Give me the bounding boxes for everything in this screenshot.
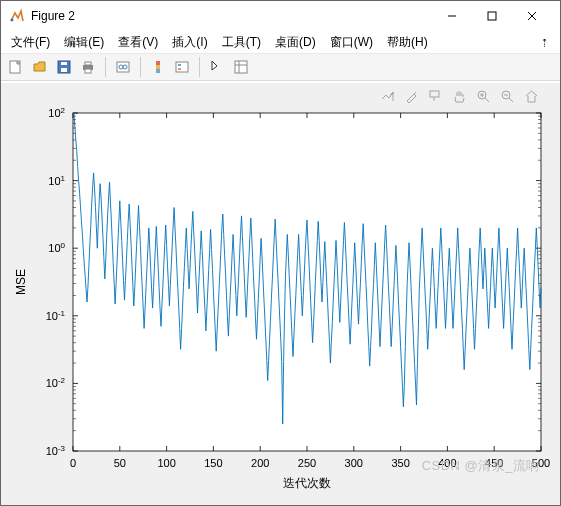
maximize-button[interactable] bbox=[472, 1, 512, 31]
svg-text:400: 400 bbox=[438, 457, 456, 469]
edit-plot-button[interactable] bbox=[206, 56, 228, 78]
menu-file[interactable]: 文件(F) bbox=[5, 32, 56, 53]
svg-text:10-3: 10-3 bbox=[46, 444, 66, 458]
menu-edit[interactable]: 编辑(E) bbox=[58, 32, 110, 53]
svg-text:150: 150 bbox=[204, 457, 222, 469]
titlebar: Figure 2 bbox=[1, 1, 560, 31]
svg-rect-7 bbox=[61, 68, 67, 72]
svg-text:10-2: 10-2 bbox=[46, 376, 66, 390]
svg-text:100: 100 bbox=[48, 241, 65, 255]
toolbar bbox=[1, 53, 560, 81]
menu-tools[interactable]: 工具(T) bbox=[216, 32, 267, 53]
svg-text:0: 0 bbox=[70, 457, 76, 469]
link-plot-button[interactable] bbox=[112, 56, 134, 78]
svg-text:450: 450 bbox=[485, 457, 503, 469]
print-button[interactable] bbox=[77, 56, 99, 78]
dock-indicator-icon[interactable]: ⭫ bbox=[540, 37, 556, 48]
svg-text:MSE: MSE bbox=[14, 269, 28, 295]
svg-rect-10 bbox=[85, 62, 91, 65]
svg-text:10-1: 10-1 bbox=[46, 308, 66, 322]
menu-window[interactable]: 窗口(W) bbox=[324, 32, 379, 53]
menubar: 文件(F) 编辑(E) 查看(V) 插入(I) 工具(T) 桌面(D) 窗口(W… bbox=[1, 31, 560, 53]
svg-text:350: 350 bbox=[391, 457, 409, 469]
svg-rect-16 bbox=[156, 61, 160, 65]
new-figure-button[interactable] bbox=[5, 56, 27, 78]
svg-text:500: 500 bbox=[532, 457, 550, 469]
close-button[interactable] bbox=[512, 1, 552, 31]
menu-insert[interactable]: 插入(I) bbox=[166, 32, 213, 53]
chart-svg: 10-310-210-11001011020501001502002503003… bbox=[1, 83, 561, 506]
menu-help[interactable]: 帮助(H) bbox=[381, 32, 434, 53]
insert-legend-button[interactable] bbox=[171, 56, 193, 78]
insert-colorbar-button[interactable] bbox=[147, 56, 169, 78]
svg-rect-17 bbox=[156, 69, 160, 73]
menu-desktop[interactable]: 桌面(D) bbox=[269, 32, 322, 53]
save-button[interactable] bbox=[53, 56, 75, 78]
matlab-icon bbox=[9, 8, 25, 24]
svg-rect-18 bbox=[176, 62, 188, 72]
svg-text:250: 250 bbox=[298, 457, 316, 469]
svg-rect-21 bbox=[235, 61, 247, 73]
svg-text:50: 50 bbox=[114, 457, 126, 469]
svg-text:102: 102 bbox=[48, 106, 65, 120]
svg-text:200: 200 bbox=[251, 457, 269, 469]
open-button[interactable] bbox=[29, 56, 51, 78]
plot-area: 10-310-210-11001011020501001502002503003… bbox=[1, 83, 560, 505]
menu-view[interactable]: 查看(V) bbox=[112, 32, 164, 53]
minimize-button[interactable] bbox=[432, 1, 472, 31]
svg-rect-2 bbox=[488, 12, 496, 20]
svg-text:迭代次数: 迭代次数 bbox=[283, 476, 331, 490]
svg-rect-32 bbox=[73, 113, 541, 451]
svg-text:101: 101 bbox=[48, 173, 65, 187]
property-inspector-button[interactable] bbox=[230, 56, 252, 78]
svg-rect-8 bbox=[61, 62, 67, 65]
window-title: Figure 2 bbox=[31, 9, 432, 23]
svg-text:300: 300 bbox=[345, 457, 363, 469]
svg-text:100: 100 bbox=[157, 457, 175, 469]
svg-point-0 bbox=[11, 19, 14, 22]
svg-rect-11 bbox=[85, 69, 91, 73]
